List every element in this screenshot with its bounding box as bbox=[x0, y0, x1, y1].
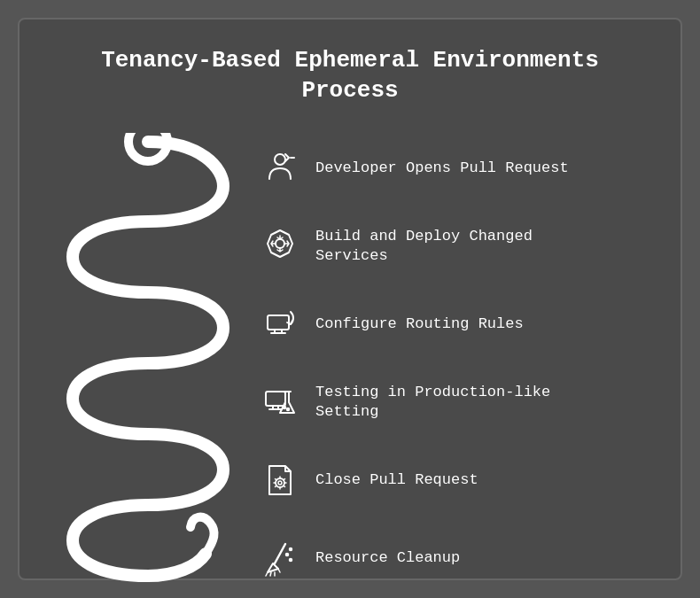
coil-illustration bbox=[55, 133, 241, 594]
routing-icon bbox=[259, 303, 301, 346]
svg-rect-4 bbox=[268, 315, 289, 330]
step-item-1: Developer Opens Pull Request bbox=[259, 142, 645, 195]
build-deploy-icon bbox=[259, 225, 301, 268]
step-1-label: Developer Opens Pull Request bbox=[315, 159, 569, 178]
testing-icon bbox=[259, 381, 301, 423]
svg-point-10 bbox=[286, 553, 289, 555]
main-card: Tenancy-Based Ephemeral EnvironmentsProc… bbox=[18, 18, 682, 580]
steps-list: Developer Opens Pull Request bbox=[259, 133, 645, 594]
svg-point-9 bbox=[278, 481, 282, 485]
close-pr-icon bbox=[259, 459, 301, 501]
step-item-6: Resource Cleanup bbox=[259, 532, 645, 585]
step-5-label: Close Pull Request bbox=[315, 470, 478, 490]
svg-rect-5 bbox=[266, 392, 285, 406]
svg-point-1 bbox=[275, 154, 285, 165]
svg-point-6 bbox=[284, 406, 286, 408]
svg-point-12 bbox=[290, 558, 292, 561]
step-item-3: Configure Routing Rules bbox=[259, 298, 645, 351]
step-item-5: Close Pull Request bbox=[259, 454, 645, 507]
step-6-label: Resource Cleanup bbox=[315, 548, 460, 568]
page-title: Tenancy-Based Ephemeral EnvironmentsProc… bbox=[101, 46, 599, 106]
svg-point-3 bbox=[276, 239, 284, 248]
step-item-4: Testing in Production-likeSetting bbox=[259, 376, 645, 429]
step-3-label: Configure Routing Rules bbox=[315, 315, 524, 334]
step-2-label: Build and Deploy ChangedServices bbox=[315, 227, 533, 266]
step-item-2: Build and Deploy ChangedServices bbox=[259, 220, 645, 273]
developer-pr-icon bbox=[259, 147, 301, 190]
svg-point-11 bbox=[290, 548, 292, 550]
content-area: Developer Opens Pull Request bbox=[55, 133, 645, 594]
cleanup-icon bbox=[259, 537, 301, 579]
svg-point-7 bbox=[287, 408, 290, 410]
step-4-label: Testing in Production-likeSetting bbox=[315, 383, 550, 422]
